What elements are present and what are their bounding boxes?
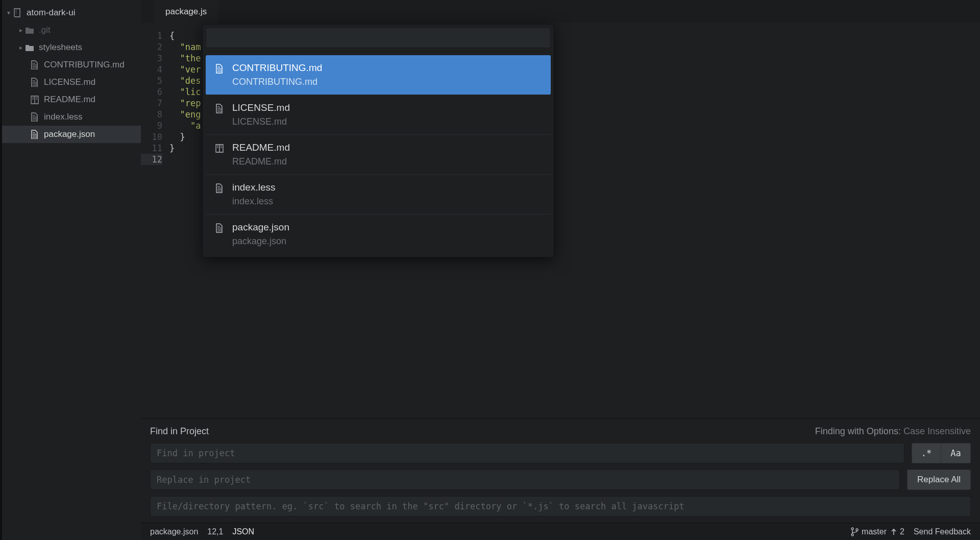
git-ahead-count: 2 bbox=[900, 527, 904, 536]
line-number: 7 bbox=[141, 98, 162, 109]
line-number: 11 bbox=[141, 143, 162, 154]
replace-input[interactable] bbox=[150, 469, 900, 490]
tree-resize-handle[interactable] bbox=[0, 0, 2, 540]
tree-root-label: atom-dark-ui bbox=[27, 8, 75, 18]
book-icon bbox=[30, 95, 40, 104]
file-icon bbox=[215, 64, 225, 74]
case-toggle-button[interactable]: Aa bbox=[941, 443, 971, 463]
path-pattern-input[interactable] bbox=[150, 496, 971, 516]
folder-icon bbox=[24, 26, 35, 35]
file-icon bbox=[215, 183, 225, 194]
line-number: 5 bbox=[141, 75, 162, 86]
fuzzy-finder-item[interactable]: README.mdREADME.md bbox=[206, 135, 551, 175]
fuzzy-finder-input[interactable] bbox=[206, 28, 551, 48]
fuzzy-finder: CONTRIBUTING.mdCONTRIBUTING.mdLICENSE.md… bbox=[202, 24, 554, 257]
line-number: 8 bbox=[141, 109, 162, 120]
file-icon bbox=[30, 130, 40, 139]
status-grammar[interactable]: JSON bbox=[232, 527, 254, 536]
fuzzy-finder-item[interactable]: CONTRIBUTING.mdCONTRIBUTING.md bbox=[206, 55, 551, 95]
git-branch-icon bbox=[850, 527, 859, 536]
tree-file[interactable]: README.md bbox=[0, 91, 141, 108]
fuzzy-item-path: README.md bbox=[232, 156, 290, 167]
status-file[interactable]: package.json bbox=[150, 527, 198, 536]
status-cursor[interactable]: 12,1 bbox=[207, 527, 223, 536]
tree-file-label: index.less bbox=[44, 112, 83, 122]
line-number: 6 bbox=[141, 86, 162, 98]
fuzzy-finder-item[interactable]: LICENSE.mdLICENSE.md bbox=[206, 95, 551, 135]
file-icon bbox=[30, 78, 40, 87]
tree-file[interactable]: index.less bbox=[0, 108, 141, 126]
fuzzy-item-name: index.less bbox=[232, 182, 276, 193]
tree-file[interactable]: LICENSE.md bbox=[0, 74, 141, 91]
tree-file-label: CONTRIBUTING.md bbox=[44, 60, 125, 70]
file-icon bbox=[30, 60, 40, 69]
gutter: 123456789101112 bbox=[141, 23, 169, 418]
fuzzy-item-name: LICENSE.md bbox=[232, 102, 290, 113]
fuzzy-item-path: package.json bbox=[232, 236, 289, 247]
send-feedback-link[interactable]: Send Feedback bbox=[914, 527, 971, 536]
tree-folder-label: stylesheets bbox=[39, 42, 82, 53]
tree-file-label: package.json bbox=[44, 129, 95, 139]
git-branch-name: master bbox=[862, 527, 887, 536]
tree-root[interactable]: ▾ atom-dark-ui bbox=[0, 4, 141, 21]
tree-file[interactable]: CONTRIBUTING.md bbox=[0, 56, 141, 74]
tree-file-label: README.md bbox=[44, 95, 95, 105]
line-number: 1 bbox=[141, 30, 162, 41]
tab-bar[interactable]: package.js bbox=[141, 0, 980, 23]
repo-icon bbox=[12, 8, 22, 17]
book-icon bbox=[215, 144, 225, 154]
folder-icon bbox=[24, 43, 35, 52]
tree-folder-git[interactable]: ▸ .git bbox=[0, 21, 141, 39]
tree-file[interactable]: package.json bbox=[0, 126, 141, 143]
arrow-up-icon bbox=[890, 528, 897, 536]
line-number: 4 bbox=[141, 64, 162, 75]
line-number: 3 bbox=[141, 53, 162, 64]
fuzzy-item-name: CONTRIBUTING.md bbox=[232, 62, 322, 74]
line-number: 2 bbox=[141, 41, 162, 53]
fuzzy-item-path: LICENSE.md bbox=[232, 116, 290, 127]
fuzzy-item-path: index.less bbox=[232, 196, 276, 207]
chevron-down-icon: ▾ bbox=[5, 9, 12, 16]
status-git[interactable]: master 2 bbox=[850, 527, 904, 536]
fuzzy-item-name: package.json bbox=[232, 222, 289, 233]
status-bar: package.json 12,1 JSON master 2 Send Fee… bbox=[141, 523, 980, 540]
tree-file-label: LICENSE.md bbox=[44, 77, 95, 87]
line-number: 9 bbox=[141, 120, 162, 131]
file-icon bbox=[215, 223, 225, 233]
tree-folder-label: .git bbox=[39, 25, 51, 35]
fuzzy-item-name: README.md bbox=[232, 142, 290, 153]
find-in-project-panel: Find in Project Finding with Options: Ca… bbox=[141, 418, 980, 523]
replace-all-button[interactable]: Replace All bbox=[907, 469, 971, 490]
chevron-right-icon: ▸ bbox=[17, 27, 24, 34]
fuzzy-item-path: CONTRIBUTING.md bbox=[232, 77, 322, 87]
file-icon bbox=[215, 104, 225, 114]
fuzzy-finder-item[interactable]: index.lessindex.less bbox=[206, 175, 551, 215]
file-icon bbox=[30, 112, 40, 122]
tree-folder-stylesheets[interactable]: ▸ stylesheets bbox=[0, 39, 141, 56]
line-number: 10 bbox=[141, 131, 162, 143]
tab-active[interactable]: package.js bbox=[154, 0, 218, 23]
tree-view[interactable]: ▾ atom-dark-ui ▸ .git ▸ stylesheets CONT… bbox=[0, 0, 141, 540]
find-panel-title: Find in Project bbox=[150, 426, 209, 437]
tab-title: package.js bbox=[165, 7, 207, 17]
chevron-right-icon: ▸ bbox=[17, 44, 24, 51]
find-input[interactable] bbox=[150, 443, 904, 463]
editor-pane: package.js 123456789101112 { "nam "the "… bbox=[141, 0, 980, 540]
line-number: 12 bbox=[141, 154, 162, 165]
fuzzy-finder-item[interactable]: package.jsonpackage.json bbox=[206, 215, 551, 254]
find-options-label: Finding with Options: Case Insensitive bbox=[815, 426, 971, 437]
regex-toggle-button[interactable]: .* bbox=[912, 443, 941, 463]
